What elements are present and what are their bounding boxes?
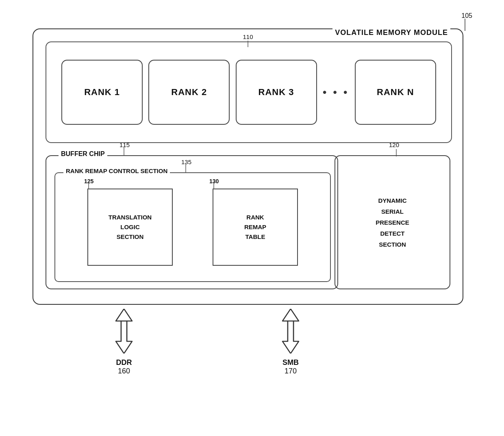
rank-2-label: RANK 2	[171, 87, 207, 98]
rank-3-label: RANK 3	[259, 87, 294, 98]
ranks-group: RANK 1 RANK 2 RANK 3 • • • RANK N	[46, 41, 452, 143]
ranks-inner: RANK 1 RANK 2 RANK 3 • • • RANK N	[46, 42, 451, 142]
translation-logic-box: 125 TRANSLATION LOGIC SECTION	[87, 189, 173, 266]
rank-1-label: RANK 1	[84, 87, 120, 98]
module-label: VOLATILE MEMORY MODULE	[332, 28, 450, 37]
ref-135: 135	[181, 158, 191, 165]
rank-remap-table-label: RANK REMAP TABLE	[244, 213, 266, 242]
ref-130-line	[213, 182, 214, 189]
ref-115-line	[124, 147, 124, 156]
smb-arrow-group: SMB 170	[276, 309, 305, 375]
rank-remap-control-section: RANK REMAP CONTROL SECTION 135 125 TRANS…	[54, 172, 331, 282]
ref-105-connector	[461, 19, 469, 31]
svg-marker-10	[282, 321, 299, 354]
smb-label: SMB	[282, 358, 299, 367]
ddr-arrow-group: DDR 160	[110, 309, 138, 375]
translation-logic-label: TRANSLATION LOGIC SECTION	[109, 213, 152, 242]
ddr-arrow	[110, 309, 138, 354]
rank-2-box: RANK 2	[148, 60, 230, 125]
ref-120: 120	[389, 141, 399, 148]
rank-3-box: RANK 3	[236, 60, 317, 125]
buffer-chip: BUFFER CHIP 115 RANK REMAP CONTROL SECTI…	[46, 155, 338, 289]
ref-135-line	[185, 164, 186, 173]
rank-remap-table-box: 130 RANK REMAP TABLE	[213, 189, 298, 266]
smb-arrow	[276, 309, 305, 354]
diagram-container: 105 VOLATILE MEMORY MODULE 110 RANK 1 RA…	[24, 12, 480, 423]
remap-inner: 125 TRANSLATION LOGIC SECTION 130 R	[55, 173, 330, 281]
dynamic-serial-label: DYNAMIC SERIAL PRESENCE DETECT SECTION	[376, 195, 409, 250]
buffer-chip-label: BUFFER CHIP	[59, 150, 107, 158]
dots-separator: • • •	[323, 86, 349, 99]
rank-remap-label: RANK REMAP CONTROL SECTION	[63, 167, 170, 174]
rank-n-box: RANK N	[355, 60, 436, 125]
ref-110: 110	[243, 33, 253, 40]
rank-1-box: RANK 1	[61, 60, 143, 125]
rank-n-label: RANK N	[377, 87, 414, 98]
ref-125-line	[88, 182, 89, 189]
dynamic-serial-section: DYNAMIC SERIAL PRESENCE DETECT SECTION	[335, 155, 450, 289]
ddr-num: 160	[118, 367, 130, 375]
ddr-label: DDR	[116, 358, 132, 367]
svg-marker-8	[116, 321, 132, 354]
ref-115: 115	[119, 141, 130, 148]
volatile-memory-module: VOLATILE MEMORY MODULE 110 RANK 1 RANK 2…	[33, 28, 463, 305]
smb-num: 170	[285, 367, 297, 375]
